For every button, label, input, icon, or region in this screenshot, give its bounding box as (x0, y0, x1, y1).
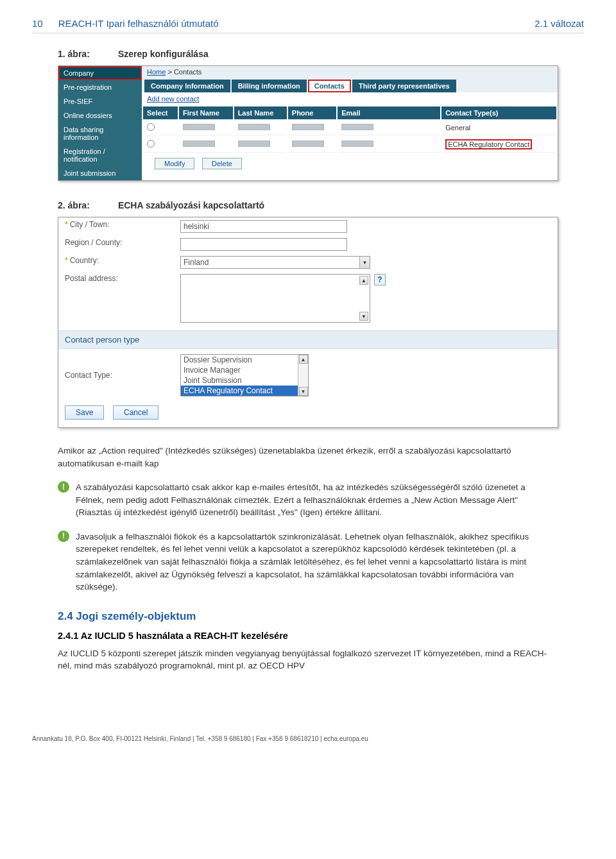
breadcrumb: Home > Contacts (142, 66, 558, 78)
add-contact-link[interactable]: Add new contact (147, 95, 199, 103)
scroll-up-icon[interactable]: ▲ (299, 355, 308, 364)
chevron-down-icon: ▼ (359, 257, 370, 268)
screenshot-2: *City / Town: Region / County: *Country:… (58, 217, 558, 428)
figure-2-title: 2. ábra: ECHA szabályozási kapcsolattart… (58, 200, 584, 210)
scroll-down-icon[interactable]: ▼ (359, 312, 368, 321)
listbox-option[interactable]: Dossier Supervision (181, 355, 298, 365)
doc-title: REACH-IT Ipari felhasználói útmutató (58, 18, 458, 29)
scroll-down-icon[interactable]: ▼ (299, 387, 308, 396)
figure-1-title: 1. ábra: Szerep konfigurálása (58, 49, 584, 59)
contacts-table: Select First Name Last Name Phone Email … (142, 105, 558, 154)
tabs: Company Information Billing information … (142, 78, 558, 92)
redacted-cell (238, 124, 270, 132)
listbox-option-selected[interactable]: ECHA Regulatory Contact (181, 386, 298, 396)
redacted-cell (341, 124, 373, 132)
select-radio[interactable] (147, 140, 155, 148)
country-dropdown[interactable]: Finland ▼ (180, 256, 370, 269)
paragraph-action-required: Amikor az „Action required" (Intézkedés … (58, 445, 552, 470)
info-icon: ! (58, 481, 69, 493)
info-note-1: ! A szabályozási kapcsolattartó csak akk… (58, 481, 552, 519)
page-footer: Annankatu 18, P.O. Box 400, FI-00121 Hel… (0, 735, 616, 755)
sidebar-item-presief[interactable]: Pre-SIEF (58, 94, 142, 108)
redacted-cell (292, 124, 324, 132)
th-contacttype: Contact Type(s) (441, 106, 556, 119)
screenshot-1: Company Pre-registration Pre-SIEF Online… (58, 65, 558, 181)
table-row: General (143, 121, 556, 135)
postal-textarea[interactable]: ▲ ▼ (180, 274, 370, 323)
label-postal: Postal address: (65, 274, 118, 283)
sidebar-item-registration[interactable]: Registration / notification (58, 144, 142, 166)
breadcrumb-home[interactable]: Home (147, 68, 166, 76)
tab-billing[interactable]: Billing information (232, 80, 307, 92)
sidebar-item-datasharing[interactable]: Data sharing information (58, 123, 142, 144)
tab-contacts[interactable]: Contacts (308, 80, 351, 92)
paragraph-iuclid: Az IUCLID 5 központi szerepet játszik mi… (58, 647, 552, 672)
delete-button[interactable]: Delete (202, 158, 242, 169)
th-email: Email (338, 106, 440, 119)
label-country: Country: (70, 256, 99, 265)
region-input[interactable] (180, 238, 347, 251)
section-2-4-1: 2.4.1 Az IUCLID 5 használata a REACH-IT … (58, 631, 584, 641)
th-select: Select (143, 106, 178, 119)
city-input[interactable] (180, 220, 347, 233)
scroll-up-icon[interactable]: ▲ (359, 276, 368, 285)
modify-button[interactable]: Modify (155, 158, 194, 169)
table-row: ECHA Regulatory Contact (143, 137, 556, 153)
redacted-cell (341, 140, 373, 148)
select-radio[interactable] (147, 123, 155, 131)
sidebar-item-joint[interactable]: Joint submission (58, 166, 142, 180)
help-icon[interactable]: ? (374, 274, 386, 285)
label-city: City / Town: (70, 220, 110, 229)
contact-type-cell: General (441, 121, 556, 135)
th-firstname: First Name (179, 106, 233, 119)
section-contact-type: Contact person type (58, 330, 558, 349)
listbox-option[interactable]: Invoice Manager (181, 365, 298, 375)
tab-thirdparty[interactable]: Third party representatives (352, 80, 456, 92)
label-contact-type: Contact Type: (65, 371, 112, 380)
sidebar-item-dossiers[interactable]: Online dossiers (58, 108, 142, 123)
breadcrumb-current: Contacts (174, 68, 201, 76)
redacted-cell (292, 140, 324, 148)
sidebar: Company Pre-registration Pre-SIEF Online… (58, 66, 142, 180)
info-icon: ! (58, 531, 69, 542)
save-button[interactable]: Save (65, 405, 104, 420)
page-number: 10 (32, 18, 43, 29)
listbox-option[interactable]: Joint Submission (181, 375, 298, 386)
cancel-button[interactable]: Cancel (113, 405, 158, 420)
th-phone: Phone (288, 106, 336, 119)
sidebar-item-company[interactable]: Company (58, 66, 142, 80)
label-region: Region / County: (65, 238, 122, 247)
sidebar-item-prereg[interactable]: Pre-registration (58, 80, 142, 94)
doc-version: 2.1 változat (535, 18, 584, 29)
tab-company-info[interactable]: Company Information (144, 80, 230, 92)
listbox-scrollbar[interactable]: ▲ ▼ (298, 355, 308, 396)
contact-type-echa: ECHA Regulatory Contact (445, 139, 532, 149)
doc-header: 10 REACH-IT Ipari felhasználói útmutató … (32, 18, 584, 33)
redacted-cell (183, 140, 215, 148)
contact-type-listbox[interactable]: Dossier Supervision Invoice Manager Join… (180, 354, 309, 396)
th-lastname: Last Name (234, 106, 287, 119)
info-note-2: ! Javasoljuk a felhasználói fiókok és a … (58, 531, 552, 593)
section-2-4: 2.4 Jogi személy-objektum (58, 610, 584, 623)
redacted-cell (238, 140, 270, 148)
redacted-cell (183, 124, 215, 132)
